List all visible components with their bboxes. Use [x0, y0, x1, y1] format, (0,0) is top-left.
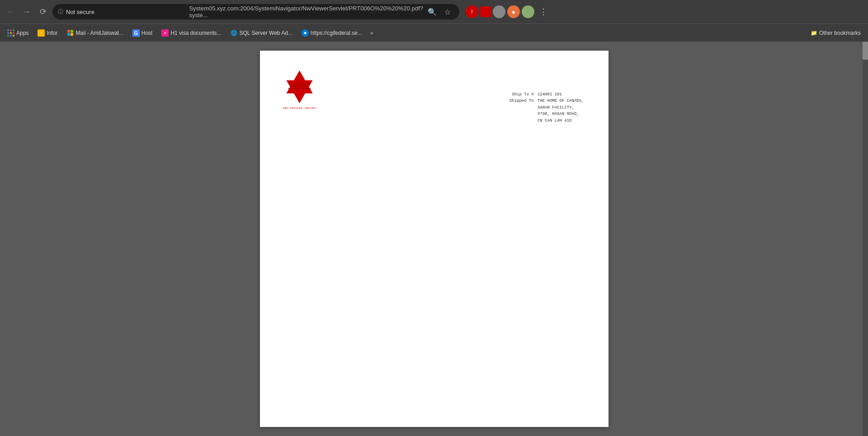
bookmark-infor[interactable]: i Infor	[34, 28, 61, 38]
bookmark-cgifederal-label: https://cgifederal.se...	[311, 30, 362, 36]
infor-favicon: i	[38, 29, 45, 37]
forward-button[interactable]: →	[20, 5, 33, 19]
ship-to-label: Ship To #	[508, 91, 536, 98]
chrome-browser: ← → ⟳ ⓘ Not secure System05.xyz.com:2004…	[0, 0, 868, 42]
lock-icon: ⓘ	[58, 8, 63, 16]
folder-icon: 📁	[811, 30, 817, 36]
cgifederal-favicon: ◆	[302, 29, 309, 37]
host-favicon: G	[132, 29, 140, 37]
bookmark-infor-label: Infor	[47, 30, 57, 36]
sqlserver-favicon: 🌐	[230, 29, 237, 37]
pdf-page: ABC PRIVATE LIMITED Ship To # 124001 101…	[260, 51, 609, 427]
company-logo: ABC PRIVATE LIMITED	[283, 69, 316, 109]
bookmark-star-icon[interactable]: ☆	[441, 5, 454, 18]
bookmarks-more-button[interactable]: »	[368, 28, 376, 38]
bookmark-cgifederal[interactable]: ◆ https://cgifederal.se...	[298, 28, 366, 38]
address-bar-row: ← → ⟳ ⓘ Not secure System05.xyz.com:2004…	[0, 0, 868, 24]
scrollbar[interactable]	[863, 42, 868, 436]
shipped-to-line2: SARAN FACILITY,	[536, 104, 586, 111]
bookmark-sqlserver-label: SQL Server Web Ad...	[239, 30, 292, 36]
shipped-to-line1: THE HOME OF CANADA,	[536, 98, 586, 104]
ship-info-table: Ship To # 124001 101 Shipped To THE HOME…	[508, 91, 586, 124]
shipped-to-line3: #798, HASAN ROAD,	[536, 111, 586, 117]
bookmark-mail-label: Mail - AmitJaiswal...	[75, 30, 123, 36]
bookmark-mail[interactable]: Mail - AmitJaiswal...	[63, 28, 127, 38]
other-bookmarks[interactable]: 📁 Other bookmarks	[807, 28, 864, 38]
refresh-button[interactable]: ⟳	[36, 5, 50, 19]
url-text: System05.xyz.com:2004/SystemiNavigator/N…	[189, 5, 423, 19]
extension-red-icon[interactable]: !	[466, 5, 478, 18]
extension-square-icon[interactable]	[480, 6, 491, 17]
company-name-text: ABC PRIVATE LIMITED	[283, 107, 316, 109]
menu-button[interactable]: ⋮	[536, 5, 551, 19]
bookmark-h1visa-label: H1 visa documents...	[170, 30, 221, 36]
bookmark-apps[interactable]: Apps	[4, 28, 32, 38]
bookmark-host-label: Host	[142, 30, 153, 36]
address-field[interactable]: ⓘ Not secure System05.xyz.com:2004/Syste…	[52, 4, 459, 19]
apps-grid-icon	[7, 29, 14, 37]
bookmark-sqlserver[interactable]: 🌐 SQL Server Web Ad...	[226, 28, 296, 38]
star-svg	[283, 69, 316, 105]
star-logo	[283, 69, 316, 105]
search-icon[interactable]: 🔍	[426, 5, 439, 18]
extension-orange-icon[interactable]: ◆	[507, 5, 520, 18]
shipped-to-line4: CN CAN L4H 41D	[536, 118, 586, 124]
not-secure-label: Not secure	[66, 9, 186, 15]
scrollbar-thumb[interactable]	[863, 42, 868, 60]
h1visa-favicon: c	[161, 29, 169, 37]
other-bookmarks-label: Other bookmarks	[819, 30, 861, 36]
profile-avatar[interactable]	[522, 5, 534, 18]
chrome-right-icons: ! ◆ ⋮	[466, 5, 551, 19]
pdf-body	[283, 128, 586, 309]
shipped-to-label: Shipped To	[508, 98, 536, 104]
pdf-header: ABC PRIVATE LIMITED Ship To # 124001 101…	[283, 69, 586, 124]
bookmark-host[interactable]: G Host	[129, 28, 156, 38]
back-button[interactable]: ←	[4, 5, 17, 19]
ship-to-number: 124001 101	[536, 91, 586, 98]
bookmark-h1visa[interactable]: c H1 visa documents...	[158, 28, 225, 38]
bookmarks-bar: Apps i Infor Mail - AmitJaiswal... G	[0, 24, 868, 42]
ship-info: Ship To # 124001 101 Shipped To THE HOME…	[508, 91, 586, 124]
page-content: ABC PRIVATE LIMITED Ship To # 124001 101…	[0, 42, 868, 436]
bookmark-apps-label: Apps	[16, 30, 28, 36]
mail-favicon	[66, 29, 74, 37]
extension-grey-icon[interactable]	[493, 5, 505, 18]
